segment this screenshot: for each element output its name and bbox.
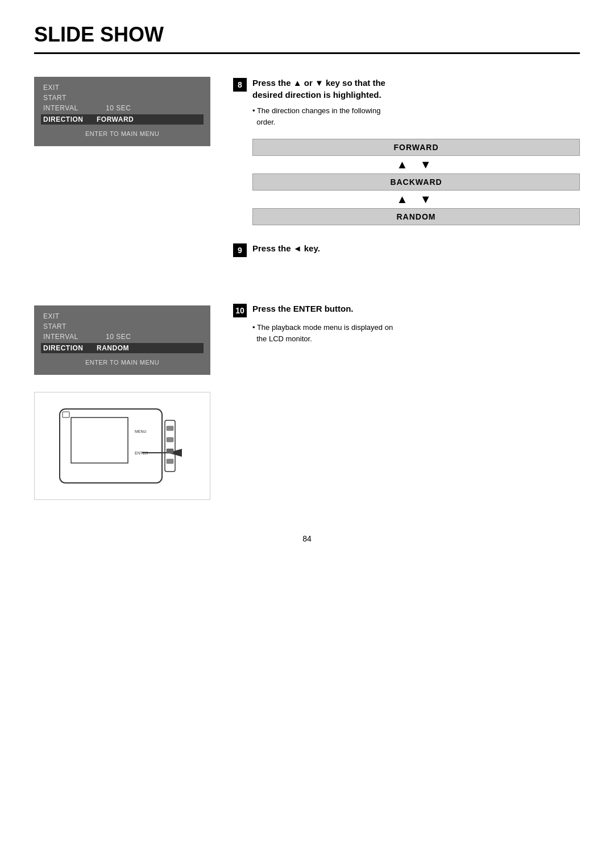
page-number: 84 — [34, 534, 580, 543]
page-title: SLIDE SHOW — [34, 23, 580, 54]
start-label-1: START — [43, 94, 94, 102]
menu-row-direction-2: DIRECTION RANDOM — [41, 343, 204, 353]
step10-number: 10 — [233, 304, 247, 317]
spacer-area — [34, 169, 210, 305]
menu-panel-2: EXIT START INTERVAL 10 SEC DIRECTION RAN… — [34, 305, 210, 375]
step10-heading: 10 Press the ENTER button. — [233, 303, 580, 317]
dir-forward: FORWARD — [252, 139, 580, 156]
svg-rect-5 — [63, 412, 69, 418]
menu-panel-1: EXIT START INTERVAL 10 SEC DIRECTION FOR… — [34, 77, 210, 146]
exit-label-1: EXIT — [43, 84, 94, 92]
svg-text:MENU: MENU — [135, 429, 147, 433]
arrows-2: ▲ ▼ — [252, 193, 580, 206]
dir-backward: BACKWARD — [252, 173, 580, 191]
svg-rect-0 — [60, 409, 162, 483]
step10-text: Press the ENTER button. — [252, 303, 354, 315]
menu-row-direction-1: DIRECTION FORWARD — [41, 114, 204, 125]
interval-value-1: 10 SEC — [106, 104, 131, 112]
interval-label-2: INTERVAL — [43, 333, 94, 341]
step10-bullet: • The playback mode menu is displayed on… — [252, 322, 580, 344]
menu-row-start-2: START — [43, 323, 201, 330]
direction-value-2: RANDOM — [97, 344, 129, 352]
direction-value-1: FORWARD — [97, 115, 134, 123]
direction-order: FORWARD ▲ ▼ BACKWARD ▲ ▼ RANDOM — [252, 139, 580, 225]
step8-bullet: • The direction changes in the following… — [252, 105, 580, 127]
svg-rect-1 — [71, 418, 128, 463]
step8-heading: 8 Press the ▲ or ▼ key so that the desir… — [233, 77, 580, 101]
menu-row-interval-2: INTERVAL 10 SEC — [43, 333, 201, 341]
menu-row-interval-1: INTERVAL 10 SEC — [43, 104, 201, 112]
page: SLIDE SHOW EXIT START INTERVAL 10 SEC DI… — [0, 0, 614, 577]
camera-svg: MENU ENTER — [43, 398, 202, 494]
camera-diagram: MENU ENTER — [34, 392, 210, 500]
svg-rect-11 — [167, 459, 173, 464]
menu-row-start-1: START — [43, 94, 201, 102]
menu-footer-2: ENTER TO MAIN MENU — [43, 359, 201, 366]
step9-heading: 9 Press the ◄ key. — [233, 242, 580, 257]
step9-text: Press the ◄ key. — [252, 242, 320, 254]
start-label-2: START — [43, 323, 94, 330]
arrows-1: ▲ ▼ — [252, 158, 580, 171]
svg-rect-10 — [167, 449, 173, 453]
menu-row-exit-2: EXIT — [43, 312, 201, 320]
left-column: EXIT START INTERVAL 10 SEC DIRECTION FOR… — [34, 77, 210, 500]
exit-label-2: EXIT — [43, 312, 94, 320]
direction-label-1: DIRECTION — [43, 115, 94, 123]
dir-random: RANDOM — [252, 208, 580, 225]
step9-number: 9 — [233, 243, 247, 257]
right-column: 8 Press the ▲ or ▼ key so that the desir… — [233, 77, 580, 500]
interval-label-1: INTERVAL — [43, 104, 94, 112]
svg-rect-8 — [167, 426, 173, 431]
direction-label-2: DIRECTION — [43, 344, 94, 352]
menu-footer-1: ENTER TO MAIN MENU — [43, 130, 201, 137]
content-area: EXIT START INTERVAL 10 SEC DIRECTION FOR… — [34, 77, 580, 500]
step8-text: Press the ▲ or ▼ key so that the desired… — [252, 77, 385, 101]
step8-number: 8 — [233, 78, 247, 92]
menu-row-exit-1: EXIT — [43, 84, 201, 92]
svg-rect-9 — [167, 437, 173, 442]
interval-value-2: 10 SEC — [106, 333, 131, 341]
